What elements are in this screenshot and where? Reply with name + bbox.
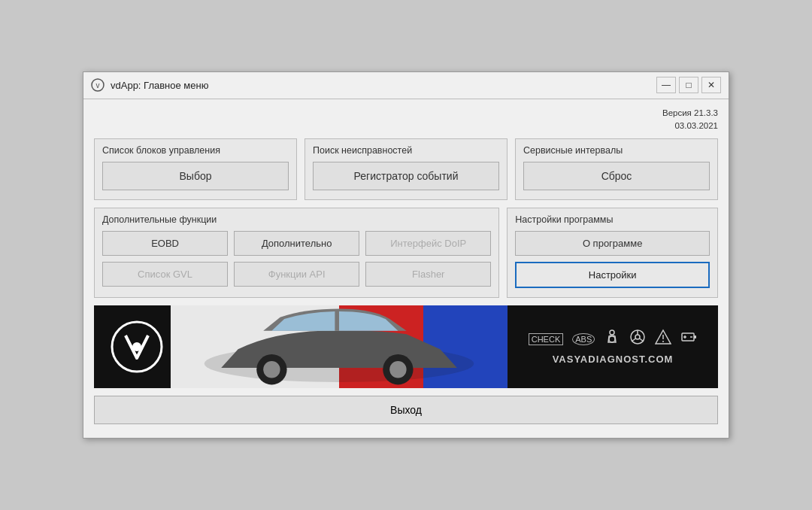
service-intervals-section: Сервисные интервалы Сброс [515,138,718,200]
service-intervals-title: Сервисные интервалы [523,145,710,156]
eobd-button[interactable]: EOBD [102,231,228,256]
additional-button[interactable]: Дополнительно [234,231,359,256]
svg-point-11 [389,361,406,378]
svg-text:v: v [96,81,100,90]
version-line1: Версия 21.3.3 [94,107,718,120]
check-icon: CHECK [529,333,564,345]
gvl-button[interactable]: Список GVL [102,262,228,287]
fault-search-title: Поиск неисправностей [313,145,499,156]
banner-icons-row: CHECK ABS [529,329,698,349]
footer: Выход [94,396,718,430]
control-blocks-buttons: Выбор [102,162,289,190]
abs-icon: ABS [572,333,595,345]
service-intervals-buttons: Сброс [523,162,710,190]
title-bar-left: v vdApp: Главное меню [91,78,208,92]
svg-point-3 [132,342,141,351]
svg-point-13 [609,336,615,342]
banner-logo [103,313,171,381]
close-button[interactable]: ✕ [701,77,721,93]
banner-url: VASYADIAGNOST.COM [553,354,674,365]
api-button[interactable]: Функции API [234,262,359,287]
fault-search-buttons: Регистратор событий [313,162,499,190]
app-icon: v [91,78,105,92]
about-button[interactable]: О программе [515,231,710,256]
program-settings-title: Настройки программы [515,214,710,225]
top-sections: Список блоков управления Выбор Поиск неи… [94,138,718,200]
svg-line-17 [632,338,635,342]
svg-rect-22 [694,335,696,338]
additional-functions-buttons: EOBD Дополнительно Интерфейс DoIP Список… [102,231,491,287]
fault-search-section: Поиск неисправностей Регистратор событий [304,138,508,200]
banner-car-image [171,305,508,388]
settings-button[interactable]: Настройки [515,262,710,288]
title-bar-controls: — □ ✕ [656,77,721,93]
banner-right: CHECK ABS [508,305,718,388]
reset-button[interactable]: Сброс [523,162,710,190]
interface-doip-button[interactable]: Интерфейс DoIP [365,231,491,256]
airbag-icon [604,329,620,349]
steering-wheel-icon [629,329,646,349]
svg-point-15 [635,335,640,339]
exit-button[interactable]: Выход [94,396,718,424]
battery-icon [680,329,697,349]
car-svg [171,305,508,388]
window-title: vdApp: Главное меню [111,80,208,91]
svg-point-9 [263,361,280,378]
main-content: Версия 21.3.3 03.03.2021 Список блоков у… [83,99,729,439]
control-blocks-section: Список блоков управления Выбор [94,138,297,200]
svg-point-12 [610,330,614,335]
lower-sections: Дополнительные функции EOBD Дополнительн… [94,208,718,298]
warning-icon [655,329,671,349]
minimize-button[interactable]: — [656,77,676,93]
settings-buttons: О программе Настройки [515,231,710,288]
main-window: v vdApp: Главное меню — □ ✕ Версия 21.3.… [83,71,729,439]
version-line2: 03.03.2021 [94,120,718,132]
svg-point-20 [662,341,664,342]
event-log-button[interactable]: Регистратор событий [313,162,499,190]
select-button[interactable]: Выбор [102,162,289,190]
control-blocks-title: Список блоков управления [102,145,289,156]
title-bar: v vdApp: Главное меню — □ ✕ [83,72,729,99]
version-info: Версия 21.3.3 03.03.2021 [94,107,718,133]
advertisement-banner: CHECK ABS [94,305,718,388]
additional-functions-title: Дополнительные функции [102,214,491,225]
vd-logo-icon [111,320,163,373]
maximize-button[interactable]: □ [679,77,698,93]
program-settings-section: Настройки программы О программе Настройк… [507,208,718,298]
flasher-button[interactable]: Flasher [365,262,491,287]
additional-functions-section: Дополнительные функции EOBD Дополнительн… [94,208,499,298]
svg-line-18 [640,338,644,342]
